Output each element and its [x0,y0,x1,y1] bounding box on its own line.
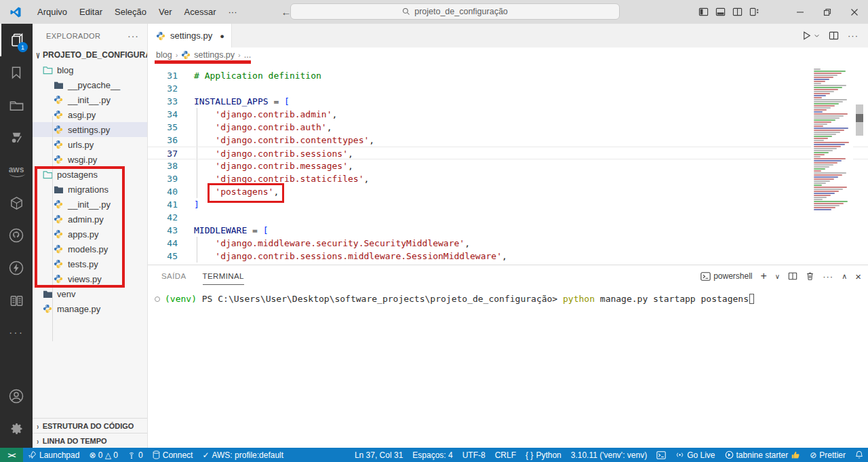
code-line-33[interactable]: 33INSTALLED_APPS = [ [148,95,868,108]
line-number[interactable]: 36 [148,134,194,147]
thunder-client-icon[interactable] [0,252,33,284]
status-notifications[interactable] [850,448,868,462]
code-line-42[interactable]: 42 [148,211,868,224]
section-linha-do-tempo[interactable]: ›LINHA DO TEMPO [33,433,147,448]
tree-item-apps-py[interactable]: apps.py [33,227,147,242]
status-ports[interactable]: 0 [123,448,148,462]
docs-reader-icon[interactable] [0,284,33,317]
line-number[interactable]: 37 [148,147,194,159]
panel-more-icon[interactable]: ··· [823,271,833,282]
menu-item-seleo[interactable]: Seleção [108,7,153,17]
terminal-dropdown-icon[interactable]: ∨ [775,273,780,280]
tree-item--init-py[interactable]: __init__.py [33,197,147,212]
panel-tab-output[interactable]: SAÍDA [161,268,186,284]
terminal-content[interactable]: (venv) PS C:\Users\User\Desktop\software… [148,287,868,304]
code-line-32[interactable]: 32 [148,82,868,95]
toggle-panel-icon[interactable] [715,7,726,17]
menu-item-acessar[interactable]: Acessar [178,7,222,17]
code-line-35[interactable]: 35 'django.contrib.auth', [148,121,868,134]
split-editor-layout-icon[interactable] [732,7,743,17]
kill-terminal-icon[interactable] [806,271,814,281]
tree-item-venv[interactable]: venv [33,286,147,301]
status-aws-profile[interactable]: ✓AWS: profile:default [197,448,288,462]
breadcrumb-item[interactable]: settings.py [194,50,235,60]
tree-item--init-py[interactable]: __init__.py [33,92,147,107]
line-number[interactable]: 31 [148,69,194,82]
line-number[interactable]: 41 [148,198,194,211]
github-icon[interactable] [0,219,33,252]
code-line-41[interactable]: 41] [148,198,868,211]
customize-layout-icon[interactable] [749,7,760,17]
status-eol[interactable]: CRLF [490,448,521,462]
tab-settings-py[interactable]: settings.py ● [148,24,232,47]
line-number[interactable]: 34 [148,108,194,121]
status-launchpad[interactable]: Launchpad [23,448,84,462]
workspace-root-folder[interactable]: ∨ PROJETO_DE_CONFIGURA... [33,47,147,62]
code-line-34[interactable]: 34 'django.contrib.admin', [148,108,868,121]
code-line-40[interactable]: 40 'postagens', [148,185,868,198]
split-terminal-icon[interactable] [788,271,797,281]
code-editor[interactable]: 31# Application definition3233INSTALLED_… [148,62,868,265]
tree-item-asgi-py[interactable]: asgi.py [33,107,147,122]
tree-item-settings-py[interactable]: settings.py [33,122,147,137]
more-actions-icon[interactable]: ··· [848,31,859,41]
minimize-button[interactable] [787,0,814,24]
project-folder-icon[interactable] [0,89,33,121]
line-number[interactable]: 33 [148,95,194,108]
tree-item-urls-py[interactable]: urls.py [33,137,147,152]
split-editor-icon[interactable] [829,31,839,41]
code-line-44[interactable]: 44 'django.middleware.security.SecurityM… [148,237,868,250]
run-python-file-icon[interactable] [802,31,820,41]
tree-item-tests-py[interactable]: tests.py [33,256,147,271]
aws-toolkit-icon[interactable]: aws [0,154,33,187]
menu-item-ver[interactable]: Ver [153,7,178,17]
close-button[interactable] [841,0,868,24]
tree-item-wsgi-py[interactable]: wsgi.py [33,152,147,167]
powershell-entry[interactable]: powershell [701,271,752,281]
tree-item-blog[interactable]: blog [33,62,147,77]
codewhisperer-package-icon[interactable] [0,187,33,219]
bookmarks-icon[interactable] [0,56,33,89]
code-line-45[interactable]: 45 'django.contrib.sessions.middleware.S… [148,250,868,263]
minimap[interactable] [811,62,853,265]
code-line-36[interactable]: 36 'django.contrib.contenttypes', [148,134,868,147]
line-number[interactable]: 40 [148,185,194,198]
status-tabnine[interactable]: tabnine starter [720,448,806,462]
menu-item-editar[interactable]: Editar [73,7,108,17]
tree-item-postagens[interactable]: postagens [33,167,147,182]
status-encoding[interactable]: UTF-8 [458,448,490,462]
account-icon[interactable] [0,380,33,412]
line-number[interactable]: 38 [148,159,194,172]
status-connect[interactable]: Connect [148,448,198,462]
breadcrumb-item[interactable]: ... [244,50,251,60]
status-prettier[interactable]: ⊘Prettier [805,448,850,462]
code-line-39[interactable]: 39 'django.contrib.staticfiles', [148,172,868,185]
more-extensions-icon[interactable]: ··· [0,317,33,349]
tree-item--pycache-[interactable]: __pycache__ [33,77,147,92]
restore-button[interactable] [814,0,841,24]
menu-item-arquivo[interactable]: Arquivo [31,7,73,17]
explorer-icon[interactable]: 1 [0,24,33,56]
status-cursor-position[interactable]: Ln 37, Col 31 [350,448,408,462]
editor-scrollbar[interactable] [855,62,864,265]
extension-test-icon[interactable] [0,121,33,154]
close-panel-icon[interactable]: × [855,271,861,282]
status-language-mode[interactable]: { }Python [521,448,566,462]
panel-tab-terminal[interactable]: TERMINAL [203,268,244,285]
remote-indicator[interactable]: >< [0,448,23,462]
modified-indicator-icon[interactable]: ● [220,32,224,40]
menu-item-[interactable]: ··· [222,7,243,17]
line-number[interactable]: 35 [148,121,194,134]
tree-item-views-py[interactable]: views.py [33,271,147,286]
line-number[interactable]: 44 [148,237,194,250]
tree-item-manage-py[interactable]: manage.py [33,301,147,316]
line-number[interactable]: 39 [148,172,194,185]
command-decoration-icon[interactable] [155,296,160,302]
tree-item-migrations[interactable]: migrations [33,182,147,197]
line-number[interactable]: 43 [148,224,194,237]
code-line-31[interactable]: 31# Application definition [148,69,868,82]
toggle-sidebar-icon[interactable] [698,7,709,17]
breadcrumb-item[interactable]: blog [156,50,172,60]
explorer-more-actions-icon[interactable]: ··· [127,31,139,41]
status-problems[interactable]: ⊗ 0 △ 0 [84,448,123,462]
